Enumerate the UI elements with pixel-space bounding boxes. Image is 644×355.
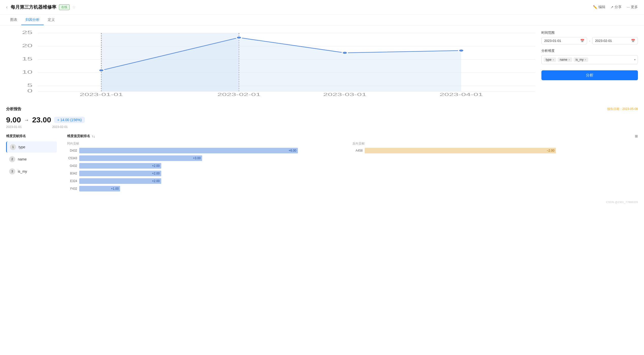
svg-text:15: 15 (22, 56, 33, 61)
dimension-ranking: 维度贡献排名 1 type 2 name 3 is_my (6, 134, 57, 193)
ranking-num-1: 1 (10, 144, 16, 150)
status-badge: 在线 (59, 4, 70, 10)
svg-text:0: 0 (27, 88, 33, 93)
dimension-label: 分析维度 (541, 49, 638, 53)
bar-label-e324: E324 (67, 179, 77, 183)
more-icon: ··· (627, 5, 630, 9)
ranking-item-3[interactable]: 3 is_my (6, 166, 57, 177)
ranking-name-3: is_my (18, 169, 27, 173)
time-range-section: 时间范围 2023-01-01 📅 - 2023-02-01 📅 (541, 30, 638, 44)
time-range-label: 时间范围 (541, 30, 638, 35)
header-actions: ✏️ 编辑 ↗ 分享 ··· 更多 (593, 5, 638, 9)
svg-text:2023-02-01: 2023-02-01 (217, 92, 261, 96)
tab-bar: 图表 归因分析 定义 (0, 14, 644, 25)
report-title: 分析报告 (6, 107, 21, 111)
edit-icon: ✏️ (593, 5, 597, 9)
bar-track-c5343: +3.00 (79, 155, 352, 161)
line-chart: 25 20 15 10 5 0 (6, 30, 535, 96)
calendar-icon-end: 📅 (631, 39, 635, 43)
bar-row-e324: E324 +2.00 (67, 178, 352, 184)
value-ranking-title: 维度值贡献排名 ↑↓ (67, 134, 95, 138)
favorite-icon[interactable]: ☆ (72, 5, 76, 10)
watermark: CSDN @2301_77888339 (0, 199, 644, 206)
ranking-item-2[interactable]: 2 name (6, 154, 57, 165)
analyze-button[interactable]: 分析 (541, 70, 638, 80)
share-button[interactable]: ↗ 分享 (610, 5, 622, 9)
dim-tag-is-my: is_my × (574, 57, 588, 62)
date-end-input[interactable]: 2023-02-01 📅 (592, 37, 638, 44)
bar-fill-b342: +2.00 (79, 171, 161, 176)
bar-row-d432: D432 +6.00 (67, 148, 352, 153)
value-ranking: 维度值贡献排名 ↑↓ ⊞ 同向贡献 D432 +6.00 (67, 134, 638, 193)
svg-text:2023-01-01: 2023-01-01 (80, 92, 123, 96)
share-icon: ↗ (610, 5, 614, 9)
ranking-name-1: type (19, 145, 25, 149)
bar-track-a458: −2.00 (365, 148, 638, 153)
value-comparison-row: 9.00 → 23.00 + 14.00 (156%) (6, 116, 638, 124)
dim-tag-name: name × (558, 57, 572, 62)
bar-fill-e324: +2.00 (79, 178, 161, 184)
svg-point-17 (236, 36, 242, 39)
positive-contribution: 同向贡献 D432 +6.00 C5343 +3.00 (67, 141, 352, 193)
bar-fill-f432: +1.00 (79, 186, 120, 191)
positive-label: 同向贡献 (67, 141, 352, 146)
bar-row-a458: A458 −2.00 (352, 148, 638, 153)
svg-text:2023-03-01: 2023-03-01 (323, 92, 366, 96)
more-button[interactable]: ··· 更多 (627, 5, 638, 9)
arrow-icon: → (24, 117, 29, 123)
ranking-num-3: 3 (9, 168, 15, 174)
dimension-section: 分析维度 type × name × is_my × ▾ (541, 49, 638, 64)
edit-button[interactable]: ✏️ 编辑 (593, 5, 605, 9)
dim-tag-is-my-close[interactable]: × (585, 58, 586, 61)
dimension-ranking-title: 维度贡献排名 (6, 134, 57, 138)
page-header: ‹ 每月第三方机器维修率 在线 ☆ ✏️ 编辑 ↗ 分享 ··· 更多 (0, 0, 644, 14)
negative-label: 反向贡献 (352, 141, 638, 146)
sort-icon[interactable]: ↑↓ (92, 134, 95, 138)
rankings-container: 维度贡献排名 1 type 2 name 3 is_my 维度值贡献排名 (6, 134, 638, 193)
date-start-input[interactable]: 2023-01-01 📅 (541, 37, 587, 44)
dim-tag-name-close[interactable]: × (568, 58, 570, 61)
tab-definition[interactable]: 定义 (44, 14, 59, 25)
bar-label-f432: F432 (67, 187, 77, 190)
dim-tag-type: type × (544, 57, 556, 62)
value-date-end: 2023-02-01 (52, 125, 68, 129)
report-date: 报告日期：2023-05-08 (607, 107, 638, 111)
dimension-tags-container[interactable]: type × name × is_my × ▾ (541, 55, 638, 64)
value-change-badge: + 14.00 (156%) (54, 117, 85, 123)
bar-track-e324: +2.00 (79, 178, 352, 184)
ranking-num-2: 2 (9, 156, 15, 162)
bar-track-f432: +1.00 (79, 186, 352, 191)
main-content: 25 20 15 10 5 0 (0, 25, 644, 102)
ranking-item-1[interactable]: 1 type (6, 141, 57, 153)
analysis-sidebar: 时间范围 2023-01-01 📅 - 2023-02-01 📅 分析维度 ty… (541, 30, 638, 96)
value-date-start: 2023-01-01 (6, 125, 22, 129)
bar-fill-c5343: +3.00 (79, 155, 202, 161)
bar-track-d432: +6.00 (79, 148, 352, 153)
chart-svg: 25 20 15 10 5 0 (6, 30, 535, 96)
report-header: 分析报告 报告日期：2023-05-08 (6, 107, 638, 111)
tab-root-cause[interactable]: 归因分析 (21, 14, 44, 25)
tab-chart[interactable]: 图表 (6, 14, 21, 25)
chart-area: 25 20 15 10 5 0 (6, 30, 535, 96)
bar-row-g432: G432 +2.00 (67, 163, 352, 169)
bar-row-c5343: C5343 +3.00 (67, 155, 352, 161)
svg-text:2023-04-01: 2023-04-01 (440, 92, 483, 96)
svg-point-16 (99, 69, 104, 72)
date-separator: - (589, 39, 590, 43)
dim-tag-type-close[interactable]: × (553, 58, 554, 61)
negative-contribution: 反向贡献 A458 −2.00 (352, 141, 638, 193)
report-section: 分析报告 报告日期：2023-05-08 9.00 → 23.00 + 14.0… (0, 102, 644, 199)
bar-row-b342: B342 +2.00 (67, 171, 352, 176)
bar-label-c5343: C5343 (67, 156, 77, 160)
value-dates: 2023-01-01 2023-02-01 (6, 125, 638, 129)
svg-text:10: 10 (22, 69, 33, 74)
calendar-icon: 📅 (580, 39, 584, 43)
value-start: 9.00 (6, 116, 21, 124)
bar-label-g432: G432 (67, 164, 77, 168)
table-view-icon[interactable]: ⊞ (635, 134, 638, 138)
value-ranking-header: 维度值贡献排名 ↑↓ ⊞ (67, 134, 638, 138)
bar-fill-a458: −2.00 (365, 148, 556, 153)
back-button[interactable]: ‹ (6, 5, 8, 10)
bar-label-d432: D432 (67, 149, 77, 152)
chevron-down-icon: ▾ (634, 58, 636, 61)
